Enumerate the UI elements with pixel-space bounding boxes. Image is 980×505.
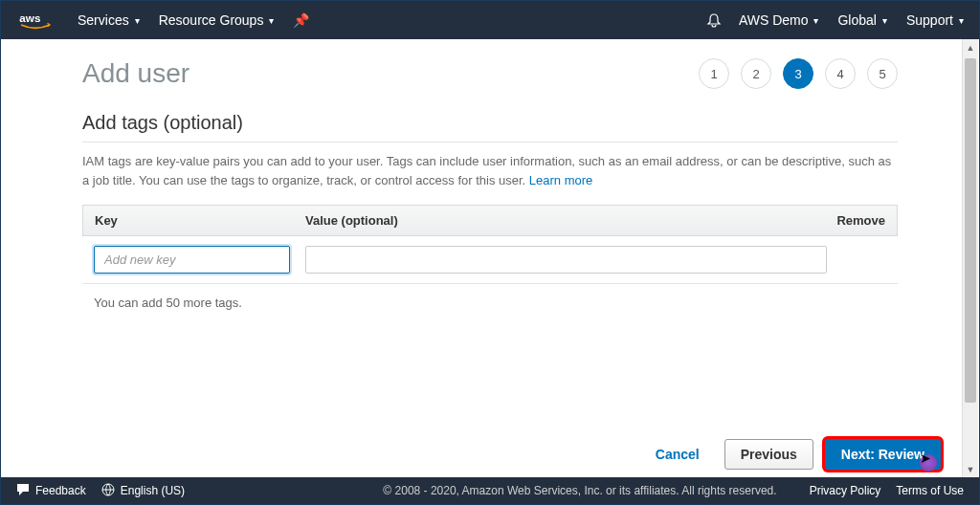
table-header-row: Key Value (optional) Remove [82, 205, 898, 236]
previous-button[interactable]: Previous [724, 439, 813, 470]
nav-region[interactable]: Global ▾ [837, 12, 886, 28]
nav-resource-groups-label: Resource Groups [159, 12, 264, 28]
tag-value-input[interactable] [305, 246, 827, 274]
globe-icon [101, 483, 115, 499]
caret-down-icon: ▾ [813, 15, 818, 26]
tags-remaining: You can add 50 more tags. [82, 284, 898, 321]
step-2[interactable]: 2 [741, 58, 771, 89]
tags-table: Key Value (optional) Remove You can add … [82, 205, 898, 321]
section-description-text: IAM tags are key-value pairs you can add… [82, 154, 891, 187]
language-button[interactable]: English (US) [101, 483, 185, 499]
feedback-button[interactable]: Feedback [16, 483, 86, 499]
step-3[interactable]: 3 [783, 58, 813, 89]
page-title: Add user [82, 58, 189, 89]
cancel-button[interactable]: Cancel [642, 439, 713, 470]
caret-down-icon: ▾ [882, 15, 887, 26]
copyright: © 2008 - 2020, Amazon Web Services, Inc.… [383, 484, 776, 497]
scroll-up-icon[interactable]: ▲ [963, 39, 978, 55]
nav-account[interactable]: AWS Demo ▾ [739, 12, 819, 28]
scroll-thumb[interactable] [965, 58, 976, 403]
section-description: IAM tags are key-value pairs you can add… [82, 152, 898, 189]
language-label: English (US) [121, 484, 185, 497]
scrollbar[interactable]: ▲ ▼ [962, 39, 978, 477]
table-row [82, 236, 898, 284]
nav-support[interactable]: Support ▾ [906, 12, 964, 28]
caret-down-icon: ▾ [269, 15, 274, 26]
chat-icon [16, 483, 30, 499]
learn-more-link[interactable]: Learn more [529, 173, 592, 187]
nav-region-label: Global [837, 12, 876, 28]
pin-icon: 📌 [293, 12, 309, 28]
top-nav: aws Services ▾ Resource Groups ▾ 📌 AWS D… [1, 1, 979, 39]
th-remove: Remove [828, 213, 885, 228]
svg-text:aws: aws [19, 11, 40, 24]
nav-resource-groups[interactable]: Resource Groups ▾ [159, 12, 275, 28]
step-indicator: 1 2 3 4 5 [699, 58, 898, 89]
feedback-label: Feedback [35, 484, 86, 497]
terms-link[interactable]: Terms of Use [896, 484, 964, 497]
nav-services[interactable]: Services ▾ [78, 12, 140, 28]
nav-services-label: Services [78, 12, 129, 28]
privacy-link[interactable]: Privacy Policy [810, 484, 881, 497]
nav-pin[interactable]: 📌 [293, 12, 309, 28]
button-row: Cancel Previous Next: Review [642, 439, 941, 470]
th-value: Value (optional) [305, 213, 828, 228]
step-5[interactable]: 5 [867, 58, 898, 89]
next-review-button[interactable]: Next: Review [825, 439, 941, 470]
caret-down-icon: ▾ [135, 15, 140, 26]
step-1[interactable]: 1 [699, 58, 729, 89]
bell-icon[interactable] [706, 12, 722, 28]
section-heading: Add tags (optional) [82, 112, 898, 143]
caret-down-icon: ▾ [959, 15, 964, 26]
th-key: Key [95, 213, 305, 228]
bottom-bar: Feedback English (US) © 2008 - 2020, Ama… [1, 477, 979, 504]
aws-logo[interactable]: aws [16, 11, 55, 30]
nav-support-label: Support [906, 12, 953, 28]
scroll-down-icon[interactable]: ▼ [963, 461, 978, 477]
content-wrapper: Add user 1 2 3 4 5 Add tags (optional) I… [1, 39, 979, 477]
nav-account-label: AWS Demo [739, 12, 809, 28]
tag-key-input[interactable] [94, 246, 290, 274]
step-4[interactable]: 4 [825, 58, 856, 89]
